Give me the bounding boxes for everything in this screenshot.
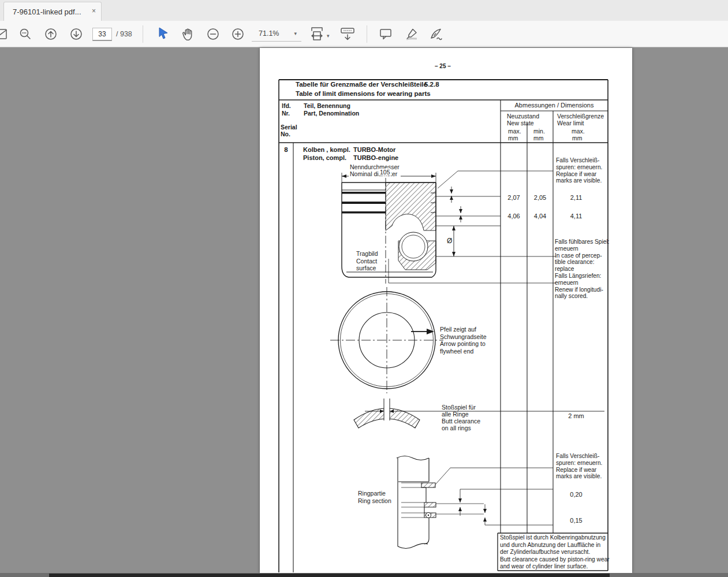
pdf-page: – 25 – Tabelle für Grenzmaße der Verschl…	[260, 48, 632, 574]
col-wear-en: Wear limit	[557, 120, 584, 126]
zoom-level-dropdown[interactable]: 71.1% ▾	[252, 28, 301, 42]
note-wear-marks-2: Falls Verschleiß-spuren: erneuern.Replac…	[556, 453, 602, 480]
col-new-en: New state	[507, 120, 534, 126]
chevron-down-icon[interactable]: ▾	[327, 33, 330, 39]
col-new-de: Neuzustand	[507, 113, 539, 120]
col-no: No.	[281, 131, 290, 137]
label-butt-note: Stoßspiel füralle RingeButt clearanceon …	[442, 404, 480, 431]
col-new-max-unit: mm	[508, 135, 518, 142]
col-new-min: min.	[533, 128, 545, 135]
col-dimensions: Abmessungen / Dimensions	[501, 102, 608, 109]
col-new-max: max.	[508, 128, 521, 135]
note-clearance: Falls fühlbares Spiel:erneuernIn case of…	[555, 239, 610, 300]
col-new-min-unit: mm	[533, 135, 544, 142]
search-icon[interactable]	[18, 27, 33, 42]
col-wear-max-unit: mm	[572, 135, 583, 142]
value-ring2-new-min: 4,04	[527, 213, 553, 219]
chevron-down-icon: ▾	[294, 31, 297, 36]
note-wear-marks-1: Falls Verschleiß-spuren: erneuern.Replac…	[556, 157, 602, 184]
value-ring1-new-max: 2,07	[501, 194, 527, 201]
value-ring2-wear-max: 4,11	[553, 213, 599, 219]
tab-close-icon[interactable]: ×	[92, 7, 96, 15]
value-ring1-new-min: 2,05	[527, 194, 553, 201]
tab-bar: 7-96101-linked pdf... ×	[0, 0, 728, 21]
email-icon[interactable]	[0, 27, 7, 42]
select-tool-icon[interactable]	[156, 27, 171, 42]
row-part-de: Kolben , kompl.	[303, 146, 350, 153]
document-canvas[interactable]: – 25 – Tabelle für Grenzmaße der Verschl…	[0, 47, 728, 577]
table-section-number: 5.2.8	[424, 81, 439, 88]
previous-page-button[interactable]	[43, 27, 58, 42]
col-lfd: lfd.	[282, 102, 291, 109]
zoom-level-value: 71.1%	[259, 29, 279, 38]
comment-icon[interactable]	[378, 27, 393, 42]
next-page-edge-dark	[49, 574, 610, 577]
label-nominal-diameter: NenndurchmesserNominal diameter	[349, 163, 401, 177]
label-ring-section: RingpartieRing section	[358, 490, 391, 505]
label-contact-surface: TragbildContactsurface	[356, 250, 378, 272]
page-total-label: / 938	[116, 30, 132, 38]
zoom-in-button[interactable]	[230, 27, 245, 42]
value-ring-top: 0,20	[553, 491, 599, 498]
col-wear-max: max.	[572, 128, 585, 135]
pdf-toolbar: / 938 71.1% ▾ ▾	[0, 21, 728, 47]
scroll-mode-icon[interactable]	[339, 27, 354, 42]
tab-title: 7-96101-linked pdf...	[4, 8, 81, 16]
next-page-button[interactable]	[69, 27, 84, 42]
hand-tool-icon[interactable]	[180, 27, 195, 42]
label-arrow-note: Pfeil zeigt aufSchwungradseiteArrow poin…	[440, 326, 487, 355]
page-number-input[interactable]	[92, 28, 112, 41]
toolbar-divider	[143, 25, 143, 43]
label-dim-105: 105	[379, 169, 391, 176]
footnote: Stoßspiel ist durch Kolbenringabnutzungu…	[500, 534, 610, 571]
row-part-en: Piston, compl.	[303, 154, 346, 161]
fill-sign-icon[interactable]	[429, 27, 444, 42]
col-part: Part, Denomination	[304, 110, 359, 117]
fit-width-icon[interactable]	[309, 27, 324, 42]
col-nr: Nr.	[282, 110, 290, 117]
toolbar-divider	[367, 25, 367, 43]
col-teil: Teil, Benennung	[304, 102, 350, 109]
page-number: – 25 –	[435, 63, 451, 70]
value-ring-lower: 0,15	[553, 517, 599, 524]
document-tab[interactable]: 7-96101-linked pdf... ×	[3, 2, 102, 21]
value-ring2-new-max: 4,06	[501, 213, 527, 219]
value-ring1-wear-max: 2,11	[553, 194, 599, 201]
col-serial: Serial	[281, 124, 297, 131]
row-serial: 8	[279, 146, 293, 153]
table-title-de: Tabelle für Grenzmaße der Verschleißteil…	[296, 81, 427, 88]
row-engine-en: TURBO-engine	[353, 154, 398, 161]
zoom-out-button[interactable]	[206, 27, 221, 42]
value-butt-clearance: 2 mm	[553, 412, 599, 419]
highlighter-icon[interactable]	[404, 27, 419, 42]
col-wear-de: Verschleißgrenze	[557, 113, 604, 120]
row-engine-de: TURBO-Motor	[353, 146, 395, 153]
label-diameter-symbol: Ø	[447, 237, 452, 244]
table-title-en: Table of limit dimensions for wearing pa…	[296, 90, 431, 97]
